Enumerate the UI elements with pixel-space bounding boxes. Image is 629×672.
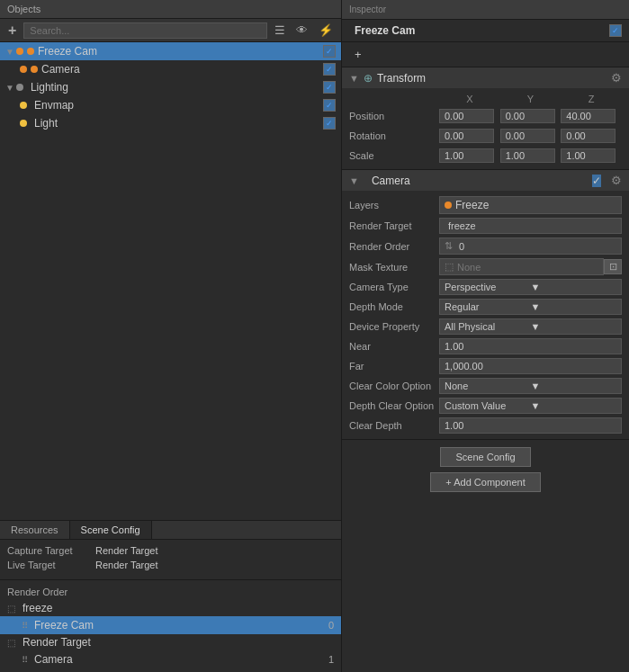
camera-enabled-checkbox[interactable]: ✓ <box>592 175 601 187</box>
device-property-label: Device Property <box>349 321 439 332</box>
render-group-rt[interactable]: ⬚ Render Target <box>0 634 341 650</box>
list-icon[interactable]: ☰ <box>271 22 289 39</box>
order-text: 0 <box>459 241 464 252</box>
transform-arrow: ▼ <box>349 73 359 84</box>
add-object-button[interactable]: + <box>4 22 20 39</box>
render-order-label: Render Order <box>0 584 341 600</box>
label-camera: Camera <box>41 63 323 76</box>
layers-label: Layers <box>349 200 439 211</box>
scale-z-input[interactable] <box>561 148 616 163</box>
position-x-input[interactable] <box>439 109 494 123</box>
rotation-row: Rotation <box>342 126 629 146</box>
dot-camera <box>20 66 27 73</box>
device-property-dropdown[interactable]: All Physical ▼ <box>439 318 622 335</box>
device-property-value: All Physical <box>445 321 531 332</box>
resources-panel: Capture Target Render Target Live Target… <box>0 540 341 579</box>
live-target-row: Live Target Render Target <box>7 560 334 570</box>
checkbox-freeze-cam[interactable]: ✓ <box>323 45 336 58</box>
near-row: Near 1.00 <box>342 336 629 356</box>
position-z-input[interactable] <box>561 109 616 123</box>
mask-texture-browse-button[interactable]: ⊡ <box>604 259 622 274</box>
capture-target-text: Render Target <box>95 545 158 556</box>
depth-mode-dropdown[interactable]: Regular ▼ <box>439 299 622 315</box>
render-label-freeze-cam: Freeze Cam <box>34 619 94 632</box>
checkbox-light[interactable]: ✓ <box>323 117 336 130</box>
order-icon: ⇅ <box>445 240 453 252</box>
far-value[interactable]: 1,000.00 <box>439 358 622 374</box>
tab-scene-config[interactable]: Scene Config <box>70 521 152 539</box>
clear-depth-value[interactable]: 1.00 <box>439 417 622 434</box>
clear-color-dropdown[interactable]: None ▼ <box>439 378 622 394</box>
mask-texture-value[interactable]: ⬚ None <box>439 258 604 275</box>
render-item-camera[interactable]: ⠿ Camera 1 <box>0 650 341 668</box>
search-input[interactable] <box>23 22 267 39</box>
depth-clear-label: Depth Clear Option <box>349 400 439 411</box>
rotation-y-input[interactable] <box>500 129 555 143</box>
clear-depth-label: Clear Depth <box>349 420 439 431</box>
add-component-button[interactable]: + Add Component <box>430 472 540 492</box>
position-y-input[interactable] <box>500 109 555 123</box>
render-item-freeze-cam[interactable]: ⠿ Freeze Cam 0 <box>0 616 341 634</box>
render-target-value[interactable]: freeze <box>439 218 622 234</box>
camera-gear-icon[interactable]: ⚙ <box>611 174 622 187</box>
camera-type-dropdown[interactable]: Perspective ▼ <box>439 279 622 295</box>
col-x: X <box>439 94 500 104</box>
tree-item-lighting[interactable]: ▼ Lighting ✓ <box>0 78 341 96</box>
objects-tree: ▼ Freeze Cam ✓ Camera ✓ ▼ Lighting ✓ <box>0 42 341 520</box>
tree-item-light[interactable]: Light ✓ <box>0 114 341 132</box>
tree-item-envmap[interactable]: Envmap ✓ <box>0 96 341 114</box>
mask-texture-label: Mask Texture <box>349 262 439 273</box>
inspector-panel: Inspector Freeze Cam ✓ + ▼ ⊕ Transform ⚙… <box>342 0 629 672</box>
transform-gear-icon[interactable]: ⚙ <box>611 71 622 85</box>
scene-config-button[interactable]: Scene Config <box>440 447 530 467</box>
eye-icon[interactable]: 👁 <box>292 22 311 39</box>
checkbox-camera[interactable]: ✓ <box>323 63 336 76</box>
rotation-x-input[interactable] <box>439 129 494 143</box>
inspector-title-bar: Freeze Cam ✓ <box>342 20 629 42</box>
clear-color-value: None <box>445 381 531 391</box>
dot2-camera <box>31 66 38 73</box>
inspector-add-bar: + <box>342 42 629 67</box>
position-row: Position <box>342 106 629 126</box>
clear-color-label: Clear Color Option <box>349 381 439 391</box>
tree-item-camera[interactable]: Camera ✓ <box>0 60 341 78</box>
device-property-row: Device Property All Physical ▼ <box>342 317 629 336</box>
texture-icon: ⬚ <box>445 261 454 273</box>
scale-x-input[interactable] <box>439 148 494 163</box>
mask-texture-row: Mask Texture ⬚ None ⊡ <box>342 256 629 277</box>
checkbox-envmap[interactable]: ✓ <box>323 99 336 112</box>
tab-resources[interactable]: Resources <box>0 521 70 539</box>
objects-panel-header: Objects <box>0 0 341 19</box>
group-label-rt: Render Target <box>22 636 91 649</box>
depth-clear-dropdown[interactable]: Custom Value ▼ <box>439 398 622 414</box>
device-property-arrow: ▼ <box>531 321 617 332</box>
layers-value[interactable]: Freeze <box>439 196 622 214</box>
live-target-label: Live Target <box>7 560 88 570</box>
transform-header[interactable]: ▼ ⊕ Transform ⚙ <box>342 67 629 88</box>
depth-mode-value: Regular <box>445 301 531 312</box>
inspector-add-button[interactable]: + <box>349 46 367 63</box>
arrow-freeze-cam: ▼ <box>5 47 14 57</box>
scale-row: Scale <box>342 146 629 166</box>
tree-item-freeze-cam[interactable]: ▼ Freeze Cam ✓ <box>0 42 341 60</box>
near-value[interactable]: 1.00 <box>439 338 622 354</box>
col-y: Y <box>500 94 562 104</box>
transform-title: Transform <box>377 72 607 85</box>
group-icon-rt: ⬚ <box>7 638 15 648</box>
scale-y-input[interactable] <box>500 148 555 163</box>
transform-header-row: X Y Z <box>342 92 629 106</box>
group-label-freeze: freeze <box>22 602 52 614</box>
filter-icon[interactable]: ⚡ <box>315 22 337 39</box>
inspector-enabled-checkbox[interactable]: ✓ <box>609 24 622 37</box>
rotation-z-input[interactable] <box>561 129 616 143</box>
render-order-section: Render Order ⬚ freeze ⠿ Freeze Cam 0 <box>0 579 341 672</box>
checkbox-lighting[interactable]: ✓ <box>323 81 336 94</box>
drag-icon-camera: ⠿ <box>22 655 28 665</box>
render-group-freeze[interactable]: ⬚ freeze <box>0 600 341 616</box>
camera-header[interactable]: ▼ Camera ✓ ⚙ <box>342 170 629 191</box>
label-envmap: Envmap <box>34 99 323 112</box>
render-order-value[interactable]: ⇅ 0 <box>439 237 622 255</box>
inspector-title: Freeze Cam <box>355 24 415 37</box>
layers-text: Freeze <box>455 199 489 211</box>
mask-texture-text: None <box>457 262 481 273</box>
